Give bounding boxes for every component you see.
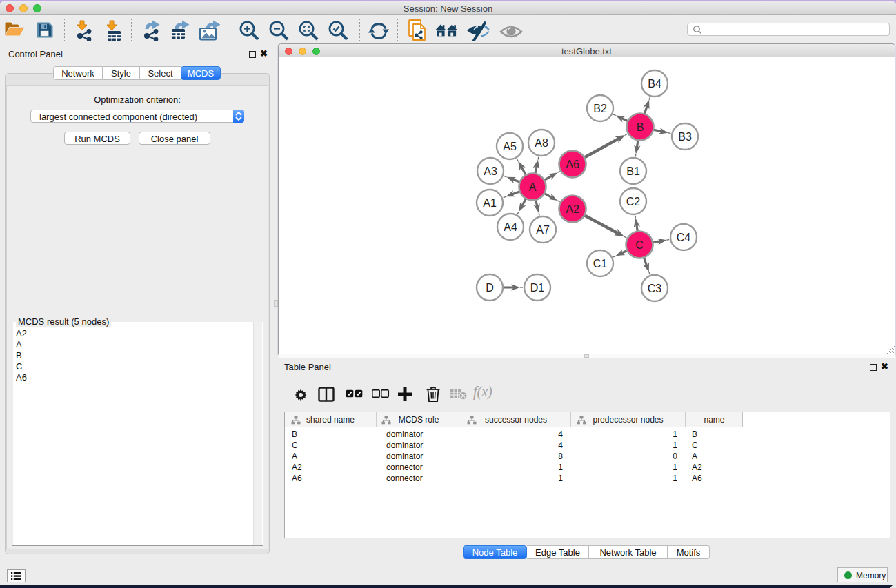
svg-text:C2: C2 bbox=[626, 196, 641, 207]
svg-text:A1: A1 bbox=[483, 197, 497, 209]
svg-text:A4: A4 bbox=[504, 221, 517, 233]
svg-text:A3: A3 bbox=[484, 165, 497, 177]
svg-text:A5: A5 bbox=[503, 141, 517, 152]
svg-text:C1: C1 bbox=[593, 258, 608, 270]
svg-text:B2: B2 bbox=[593, 103, 607, 114]
svg-text:A2: A2 bbox=[566, 203, 579, 215]
svg-text:B4: B4 bbox=[648, 78, 661, 90]
svg-text:B3: B3 bbox=[678, 131, 692, 143]
svg-text:C: C bbox=[635, 239, 644, 251]
svg-text:D1: D1 bbox=[530, 282, 545, 294]
svg-text:A6: A6 bbox=[566, 159, 579, 170]
svg-text:B: B bbox=[637, 121, 644, 133]
svg-text:C3: C3 bbox=[648, 283, 662, 294]
svg-text:B1: B1 bbox=[626, 165, 640, 177]
svg-text:A8: A8 bbox=[535, 137, 548, 149]
svg-text:C4: C4 bbox=[677, 232, 691, 243]
svg-text:A7: A7 bbox=[536, 224, 550, 236]
svg-text:D: D bbox=[486, 282, 494, 294]
svg-text:A: A bbox=[529, 181, 537, 193]
